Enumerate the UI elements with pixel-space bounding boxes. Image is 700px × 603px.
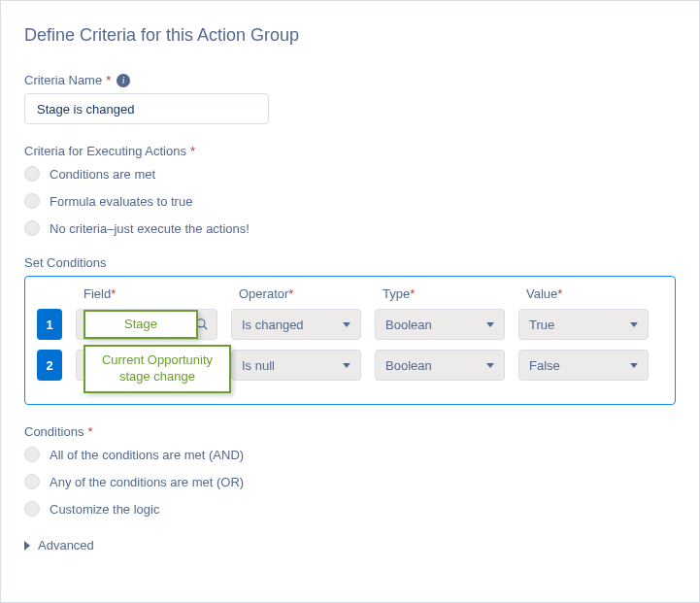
radio-label: No criteria–just execute the actions! xyxy=(50,221,250,236)
value-value: True xyxy=(529,318,554,332)
operator-value: Is changed xyxy=(242,318,304,332)
criteria-panel: Define Criteria for this Action Group Cr… xyxy=(1,1,699,577)
type-select[interactable]: Boolean xyxy=(375,350,505,381)
type-value: Boolean xyxy=(385,358,432,373)
conditions-logic-label-text: Conditions xyxy=(24,424,83,439)
radio-label: Formula evaluates to true xyxy=(50,194,192,209)
operator-select[interactable]: Is changed xyxy=(231,309,361,340)
radio-icon xyxy=(24,193,40,209)
radio-icon xyxy=(24,220,40,236)
criteria-name-input[interactable] xyxy=(24,93,269,124)
col-type-text: Type xyxy=(383,286,410,301)
criteria-name-block: Criteria Name * i xyxy=(24,73,676,124)
radio-conditions-met[interactable]: Conditions are met xyxy=(24,166,676,182)
annotation-stage: Stage xyxy=(83,310,198,339)
executing-criteria-label: Criteria for Executing Actions * xyxy=(24,144,676,158)
conditions-header: Field* Operator* Type* Value* xyxy=(37,286,663,301)
set-conditions-label: Set Conditions xyxy=(24,255,676,270)
radio-no-criteria[interactable]: No criteria–just execute the actions! xyxy=(24,220,676,236)
required-indicator: * xyxy=(87,424,92,439)
conditions-logic-label: Conditions * xyxy=(24,424,676,439)
annotation-current-opportunity-text: Current Opportunity stage change xyxy=(91,352,223,385)
panel-title: Define Criteria for this Action Group xyxy=(24,25,676,46)
col-operator-text: Operator xyxy=(239,286,288,301)
annotation-current-opportunity: Current Opportunity stage change xyxy=(83,345,231,393)
radio-label: Conditions are met xyxy=(50,167,155,182)
col-field-text: Field xyxy=(83,286,111,301)
row-number: 2 xyxy=(37,350,62,381)
criteria-name-label: Criteria Name * i xyxy=(24,73,676,87)
criteria-name-label-text: Criteria Name xyxy=(24,73,102,87)
value-value: False xyxy=(529,358,560,373)
chevron-down-icon xyxy=(343,363,350,368)
chevron-down-icon xyxy=(486,363,494,368)
operator-select[interactable]: Is null xyxy=(231,350,361,381)
chevron-down-icon xyxy=(630,363,638,368)
advanced-label: Advanced xyxy=(38,538,94,553)
required-indicator: * xyxy=(557,286,562,301)
radio-customize[interactable]: Customize the logic xyxy=(24,501,676,517)
radio-icon xyxy=(24,474,40,489)
required-indicator: * xyxy=(288,286,293,301)
radio-icon xyxy=(24,447,40,462)
set-conditions-block: Set Conditions Field* Operator* Type* Va… xyxy=(24,255,676,405)
operator-value: Is null xyxy=(242,358,275,373)
required-indicator: * xyxy=(111,286,116,301)
radio-icon xyxy=(24,166,40,182)
radio-all-and[interactable]: All of the conditions are met (AND) xyxy=(24,447,676,462)
radio-label: Customize the logic xyxy=(50,502,159,517)
radio-label: Any of the conditions are met (OR) xyxy=(50,475,244,489)
required-indicator: * xyxy=(410,286,415,301)
radio-formula-true[interactable]: Formula evaluates to true xyxy=(24,193,676,209)
executing-criteria-options: Conditions are met Formula evaluates to … xyxy=(24,166,676,236)
required-indicator: * xyxy=(106,73,111,87)
svg-line-1 xyxy=(204,326,208,330)
col-value: Value* xyxy=(526,286,656,301)
executing-criteria-label-text: Criteria for Executing Actions xyxy=(24,144,186,158)
value-select[interactable]: False xyxy=(518,350,649,381)
col-field: Field* xyxy=(83,286,225,301)
info-icon[interactable]: i xyxy=(117,74,130,87)
radio-icon xyxy=(24,501,40,517)
row-number: 1 xyxy=(37,309,62,340)
chevron-down-icon xyxy=(343,322,350,327)
advanced-toggle[interactable]: Advanced xyxy=(24,538,676,553)
type-select[interactable]: Boolean xyxy=(375,309,505,340)
conditions-logic-block: Conditions * All of the conditions are m… xyxy=(24,424,676,517)
radio-any-or[interactable]: Any of the conditions are met (OR) xyxy=(24,474,676,489)
chevron-down-icon xyxy=(486,322,494,327)
chevron-down-icon xyxy=(630,322,638,327)
annotation-stage-text: Stage xyxy=(124,317,157,333)
value-select[interactable]: True xyxy=(518,309,649,340)
type-value: Boolean xyxy=(385,318,432,332)
executing-criteria-block: Criteria for Executing Actions * Conditi… xyxy=(24,144,676,236)
col-type: Type* xyxy=(383,286,513,301)
col-operator: Operator* xyxy=(239,286,369,301)
required-indicator: * xyxy=(190,144,195,158)
col-value-text: Value xyxy=(526,286,557,301)
conditions-box: Field* Operator* Type* Value* 1 xyxy=(24,276,676,405)
conditions-logic-options: All of the conditions are met (AND) Any … xyxy=(24,447,676,517)
radio-label: All of the conditions are met (AND) xyxy=(50,448,244,462)
chevron-right-icon xyxy=(24,541,30,551)
